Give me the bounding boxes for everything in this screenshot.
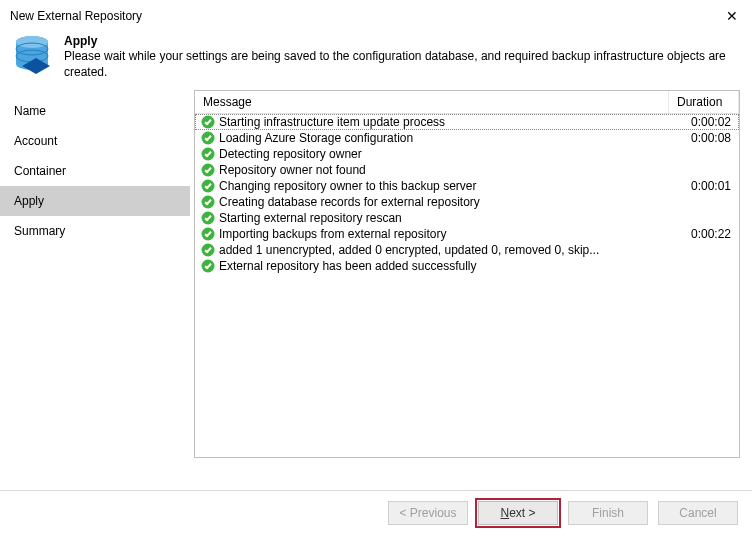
list-item-duration: 0:00:01 (671, 179, 733, 193)
list-item-duration: 0:00:02 (671, 115, 733, 129)
list-item[interactable]: Loading Azure Storage configuration0:00:… (195, 130, 739, 146)
page-title: Apply (64, 34, 97, 48)
list-header: Message Duration (195, 91, 739, 114)
sidebar-item-apply[interactable]: Apply (0, 186, 190, 216)
list-item-message: Starting external repository rescan (219, 211, 671, 225)
list-item-duration: 0:00:08 (671, 131, 733, 145)
previous-button: < Previous (388, 501, 468, 525)
success-icon (201, 147, 215, 161)
list-item[interactable]: added 1 unencrypted, added 0 encrypted, … (195, 242, 739, 258)
success-icon (201, 131, 215, 145)
list-item[interactable]: Changing repository owner to this backup… (195, 178, 739, 194)
list-item-message: Creating database records for external r… (219, 195, 671, 209)
success-icon (201, 179, 215, 193)
wizard-header: Apply Please wait while your settings ar… (0, 28, 752, 90)
next-button[interactable]: Next > (478, 501, 558, 525)
sidebar-item-account[interactable]: Account (0, 126, 190, 156)
list-item-message: Loading Azure Storage configuration (219, 131, 671, 145)
list-item-message: Repository owner not found (219, 163, 671, 177)
list-item[interactable]: Detecting repository owner (195, 146, 739, 162)
list-item-message: added 1 unencrypted, added 0 encrypted, … (219, 243, 671, 257)
column-message[interactable]: Message (195, 91, 669, 113)
column-duration[interactable]: Duration (669, 91, 739, 113)
sidebar-item-name[interactable]: Name (0, 96, 190, 126)
list-item-duration: 0:00:22 (671, 227, 733, 241)
list-item[interactable]: Starting infrastructure item update proc… (195, 114, 739, 130)
repository-icon (12, 34, 52, 80)
success-icon (201, 211, 215, 225)
wizard-header-text: Apply Please wait while your settings ar… (64, 34, 740, 80)
success-icon (201, 163, 215, 177)
window-title: New External Repository (10, 9, 142, 23)
success-icon (201, 115, 215, 129)
wizard-footer: < Previous Next > Finish Cancel (0, 490, 752, 534)
finish-button: Finish (568, 501, 648, 525)
list-item-message: External repository has been added succe… (219, 259, 671, 273)
list-item[interactable]: Starting external repository rescan (195, 210, 739, 226)
cancel-button: Cancel (658, 501, 738, 525)
list-item-message: Changing repository owner to this backup… (219, 179, 671, 193)
titlebar: New External Repository ✕ (0, 0, 752, 28)
success-icon (201, 227, 215, 241)
success-icon (201, 195, 215, 209)
list-item[interactable]: Repository owner not found (195, 162, 739, 178)
page-description: Please wait while your settings are bein… (64, 49, 740, 80)
list-item[interactable]: Creating database records for external r… (195, 194, 739, 210)
sidebar-item-summary[interactable]: Summary (0, 216, 190, 246)
close-icon[interactable]: ✕ (722, 9, 742, 23)
svg-point-1 (16, 36, 48, 48)
sidebar-item-container[interactable]: Container (0, 156, 190, 186)
list-item[interactable]: Importing backups from external reposito… (195, 226, 739, 242)
list-item-message: Importing backups from external reposito… (219, 227, 671, 241)
list-item-message: Starting infrastructure item update proc… (219, 115, 671, 129)
progress-list: Message Duration Starting infrastructure… (194, 90, 740, 458)
success-icon (201, 259, 215, 273)
list-item-message: Detecting repository owner (219, 147, 671, 161)
success-icon (201, 243, 215, 257)
list-item[interactable]: External repository has been added succe… (195, 258, 739, 274)
wizard-steps: Name Account Container Apply Summary (0, 90, 190, 468)
